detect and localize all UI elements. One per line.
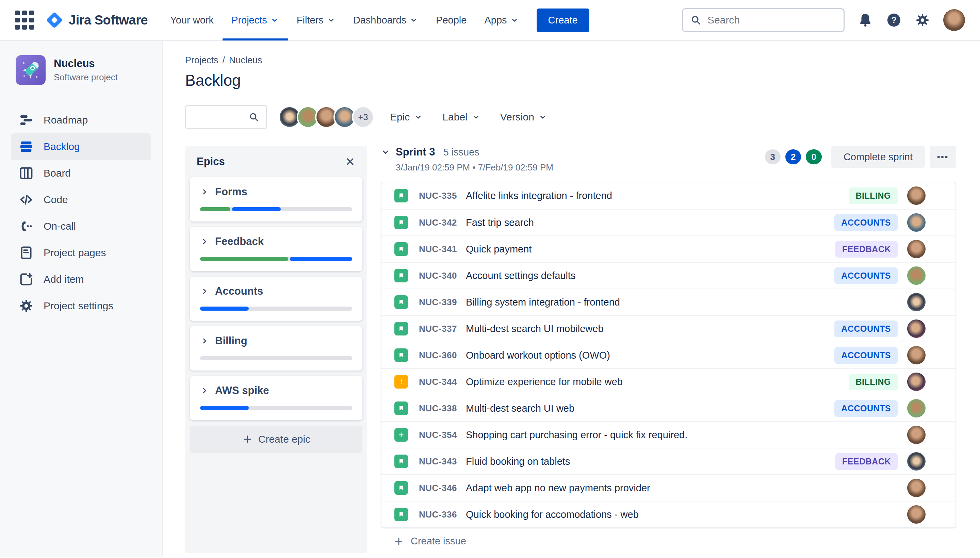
issue-row[interactable]: NUC-341 Quick payment FEEDBACK bbox=[381, 235, 955, 262]
issue-row[interactable]: NUC-336 Quick booking for accomodations … bbox=[381, 501, 955, 527]
epic-card[interactable]: Accounts bbox=[190, 277, 363, 321]
assignee-avatar[interactable] bbox=[907, 187, 926, 205]
issue-type-icon bbox=[394, 189, 408, 202]
project-type: Software project bbox=[54, 72, 118, 83]
epic-card[interactable]: AWS spike bbox=[190, 376, 363, 420]
assignee-avatar[interactable] bbox=[907, 320, 926, 338]
chevron-right-icon[interactable] bbox=[200, 386, 209, 395]
sidebar-item-code[interactable]: Code bbox=[11, 187, 151, 213]
backlog-search-input[interactable] bbox=[192, 112, 248, 123]
issue-key: NUC-360 bbox=[419, 350, 460, 361]
status-badge: 2 bbox=[785, 149, 801, 164]
backlog-search[interactable] bbox=[185, 105, 267, 129]
chevron-right-icon[interactable] bbox=[200, 187, 209, 196]
assignee-avatar[interactable] bbox=[907, 266, 926, 285]
sidebar-item-project-pages[interactable]: Project pages bbox=[11, 240, 151, 266]
chevron-down-icon bbox=[327, 16, 335, 25]
create-issue-label: Create issue bbox=[411, 535, 466, 547]
issue-row[interactable]: NUC-360 Onboard workout options (OWO) AC… bbox=[381, 341, 955, 368]
issue-type-icon bbox=[394, 348, 408, 362]
chevron-right-icon[interactable] bbox=[200, 336, 209, 345]
issue-row[interactable]: NUC-342 Fast trip search ACCOUNTS bbox=[381, 209, 955, 235]
epic-name: Forms bbox=[215, 186, 247, 198]
sidebar-item-board[interactable]: Board bbox=[11, 160, 151, 187]
create-issue-button[interactable]: Create issue bbox=[381, 535, 956, 547]
assignee-avatar[interactable] bbox=[907, 426, 926, 444]
issue-key: NUC-342 bbox=[419, 217, 460, 228]
sidebar-item-oncall[interactable]: On-call bbox=[11, 213, 151, 240]
issue-row[interactable]: NUC-340 Account settings defaults ACCOUN… bbox=[381, 262, 955, 289]
issue-row[interactable]: NUC-346 Adapt web app no new payments pr… bbox=[381, 474, 955, 501]
nav-item[interactable]: Your work bbox=[161, 0, 223, 41]
issue-row[interactable]: NUC-339 Billing system integration - fro… bbox=[381, 289, 955, 315]
issue-key: NUC-337 bbox=[419, 323, 460, 334]
project-header[interactable]: Nucleus Software project bbox=[16, 55, 162, 85]
assignee-avatar[interactable] bbox=[907, 505, 926, 524]
notifications-bell-icon[interactable] bbox=[857, 12, 873, 28]
breadcrumb-projects[interactable]: Projects bbox=[185, 55, 218, 66]
chevron-right-icon[interactable] bbox=[200, 237, 209, 246]
app-switcher-icon[interactable] bbox=[15, 11, 34, 30]
global-search-input[interactable] bbox=[708, 14, 837, 26]
sidebar-item-backlog[interactable]: Backlog bbox=[11, 133, 151, 160]
nav-item[interactable]: Dashboards bbox=[345, 0, 427, 41]
issue-row[interactable]: NUC-335 Affelite links integration - fro… bbox=[381, 182, 955, 209]
nav-item[interactable]: Filters bbox=[288, 0, 345, 41]
assignee-avatar[interactable] bbox=[907, 373, 926, 391]
issue-row[interactable]: NUC-343 Fluid booking on tablets FEEDBAC… bbox=[381, 448, 955, 474]
sprint-more-button[interactable]: ••• bbox=[930, 146, 956, 168]
assignee-avatar[interactable] bbox=[907, 213, 926, 232]
nav-item[interactable]: People bbox=[427, 0, 475, 41]
assignee-avatar-filter: +3 bbox=[278, 106, 374, 128]
breadcrumb-separator: / bbox=[223, 55, 225, 66]
issue-row[interactable]: NUC-337 Multi-dest search UI mobileweb A… bbox=[381, 315, 955, 341]
user-avatar[interactable] bbox=[943, 9, 965, 31]
jira-logo[interactable]: Jira Software bbox=[44, 10, 148, 30]
create-epic-button[interactable]: Create epic bbox=[190, 426, 363, 453]
sidebar-item-add-item[interactable]: Add item bbox=[11, 266, 151, 293]
sprint-collapse-icon[interactable] bbox=[381, 147, 390, 157]
issue-row[interactable]: NUC-344 Optimize experience for mobile w… bbox=[381, 368, 955, 395]
assignee-avatar[interactable] bbox=[907, 479, 926, 497]
chevron-down-icon bbox=[414, 113, 423, 121]
settings-gear-icon[interactable] bbox=[915, 12, 930, 28]
epic-label-pill: ACCOUNTS bbox=[834, 347, 898, 364]
jira-diamond-icon bbox=[44, 10, 65, 30]
sprint-name[interactable]: Sprint 3 bbox=[396, 146, 435, 158]
issue-row[interactable]: NUC-338 Multi-dest search UI web ACCOUNT… bbox=[381, 395, 955, 421]
sidebar-item-roadmap[interactable]: Roadmap bbox=[11, 107, 151, 133]
plus-icon bbox=[242, 434, 253, 445]
chevron-right-icon[interactable] bbox=[200, 287, 209, 296]
assignee-avatar[interactable] bbox=[907, 293, 926, 311]
epic-name: Billing bbox=[215, 335, 247, 347]
progress-segment-done bbox=[200, 406, 249, 410]
breadcrumb-project[interactable]: Nucleus bbox=[229, 55, 263, 66]
issue-key: NUC-338 bbox=[419, 403, 460, 414]
nav-item[interactable]: Projects bbox=[223, 0, 288, 41]
filter-dropdown[interactable]: Version bbox=[500, 111, 547, 123]
filter-dropdown[interactable]: Epic bbox=[390, 111, 423, 123]
issue-row[interactable]: NUC-354 Shopping cart purchasing error -… bbox=[381, 421, 955, 448]
assignee-avatar[interactable] bbox=[907, 452, 926, 471]
assignee-avatar[interactable] bbox=[907, 240, 926, 258]
complete-sprint-button[interactable]: Complete sprint bbox=[831, 146, 925, 168]
assignee-avatar[interactable] bbox=[907, 399, 926, 417]
close-icon[interactable] bbox=[345, 156, 356, 167]
sprint-section: Sprint 3 5 issues 3/Jan/19 02:59 PM • 7/… bbox=[381, 146, 956, 547]
epic-card[interactable]: Billing bbox=[190, 326, 363, 371]
epic-name: AWS spike bbox=[215, 385, 269, 396]
epic-card[interactable]: Forms bbox=[190, 177, 363, 222]
global-search[interactable] bbox=[682, 8, 845, 32]
nav-item[interactable]: Apps bbox=[475, 0, 527, 41]
epic-card[interactable]: Feedback bbox=[190, 227, 363, 271]
main-content: Projects / Nucleus Backlog +3 bbox=[163, 41, 980, 557]
issue-type-icon bbox=[394, 455, 408, 468]
help-icon[interactable]: ? bbox=[886, 12, 902, 28]
sidebar-item-label: Backlog bbox=[44, 141, 80, 153]
filter-dropdown[interactable]: Label bbox=[442, 111, 480, 123]
create-button[interactable]: Create bbox=[537, 8, 589, 32]
nav-item-label: People bbox=[436, 15, 466, 26]
more-avatars-badge[interactable]: +3 bbox=[352, 106, 374, 128]
sidebar-item-project-settings[interactable]: Project settings bbox=[11, 293, 151, 319]
assignee-avatar[interactable] bbox=[907, 346, 926, 364]
